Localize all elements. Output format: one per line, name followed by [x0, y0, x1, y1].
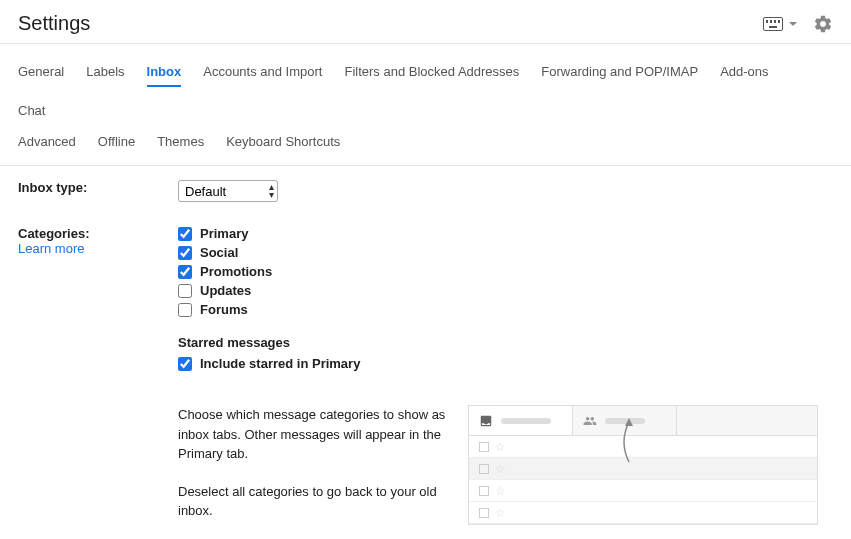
- starred-include: Include starred in Primary: [178, 356, 833, 371]
- inbox-illustration: ☆ ☆ ☆ ☆: [468, 405, 818, 525]
- tab-inbox[interactable]: Inbox: [147, 58, 182, 87]
- starred-include-checkbox[interactable]: [178, 357, 192, 371]
- illus-row: ☆: [469, 480, 817, 502]
- tab-advanced[interactable]: Advanced: [18, 128, 76, 155]
- category-updates-checkbox[interactable]: [178, 284, 192, 298]
- help-p1: Choose which message categories to show …: [178, 405, 448, 464]
- tab-offline[interactable]: Offline: [98, 128, 135, 155]
- help-row: Choose which message categories to show …: [178, 405, 833, 539]
- illus-row: ☆: [469, 502, 817, 524]
- inbox-type-label: Inbox type:: [18, 180, 178, 195]
- categories-label: Categories:: [18, 226, 178, 241]
- category-promotions: Promotions: [178, 264, 833, 279]
- category-updates: Updates: [178, 283, 833, 298]
- gear-icon: [813, 14, 833, 34]
- tab-forwarding-pop-imap[interactable]: Forwarding and POP/IMAP: [541, 58, 698, 87]
- category-social-checkbox[interactable]: [178, 246, 192, 260]
- categories-row: Categories: Learn more Primary Social Pr…: [18, 226, 833, 539]
- page-title: Settings: [18, 12, 90, 35]
- illus-tab-social: [573, 406, 677, 435]
- tab-general[interactable]: General: [18, 58, 64, 87]
- category-primary-checkbox[interactable]: [178, 227, 192, 241]
- category-social-label: Social: [200, 245, 238, 260]
- inbox-type-select[interactable]: Default: [178, 180, 278, 202]
- learn-more-link[interactable]: Learn more: [18, 241, 178, 256]
- category-forums-label: Forums: [200, 302, 248, 317]
- starred-include-label: Include starred in Primary: [200, 356, 360, 371]
- input-tools-button[interactable]: [763, 17, 797, 31]
- header-icons: [763, 14, 833, 34]
- category-forums-checkbox[interactable]: [178, 303, 192, 317]
- help-text: Choose which message categories to show …: [178, 405, 448, 539]
- tab-keyboard-shortcuts[interactable]: Keyboard Shortcuts: [226, 128, 340, 155]
- settings-tabs-row2: Advanced Offline Themes Keyboard Shortcu…: [0, 124, 851, 165]
- category-promotions-checkbox[interactable]: [178, 265, 192, 279]
- starred-heading: Starred messages: [178, 335, 833, 350]
- inbox-icon: [479, 414, 493, 428]
- tab-addons[interactable]: Add-ons: [720, 58, 768, 87]
- people-icon: [583, 414, 597, 428]
- settings-tabs: General Labels Inbox Accounts and Import…: [0, 50, 851, 124]
- divider: [0, 43, 851, 44]
- divider: [0, 165, 851, 166]
- category-primary-label: Primary: [200, 226, 248, 241]
- inbox-type-row: Inbox type: Default ▴▾: [18, 180, 833, 202]
- category-promotions-label: Promotions: [200, 264, 272, 279]
- help-p2: Deselect all categories to go back to yo…: [178, 482, 448, 521]
- tab-themes[interactable]: Themes: [157, 128, 204, 155]
- tab-chat[interactable]: Chat: [18, 97, 45, 124]
- keyboard-icon: [763, 17, 783, 31]
- chevron-down-icon: [789, 22, 797, 26]
- tab-labels[interactable]: Labels: [86, 58, 124, 87]
- category-primary: Primary: [178, 226, 833, 241]
- tab-filters-blocked[interactable]: Filters and Blocked Addresses: [344, 58, 519, 87]
- category-updates-label: Updates: [200, 283, 251, 298]
- content: Inbox type: Default ▴▾ Categories: Learn…: [0, 180, 851, 539]
- header: Settings: [0, 0, 851, 43]
- category-social: Social: [178, 245, 833, 260]
- category-forums: Forums: [178, 302, 833, 317]
- illus-tab-primary: [469, 406, 573, 435]
- illus-row: ☆: [469, 436, 817, 458]
- settings-gear-button[interactable]: [813, 14, 833, 34]
- illus-row: ☆: [469, 458, 817, 480]
- tab-accounts-import[interactable]: Accounts and Import: [203, 58, 322, 87]
